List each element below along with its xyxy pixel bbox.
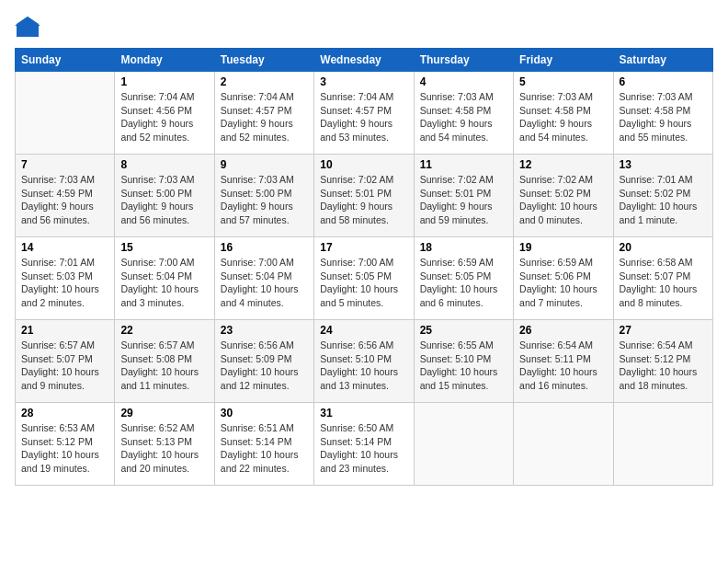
calendar-cell: 23Sunrise: 6:56 AM Sunset: 5:09 PM Dayli… bbox=[214, 320, 313, 403]
calendar-cell: 31Sunrise: 6:50 AM Sunset: 5:14 PM Dayli… bbox=[314, 403, 414, 486]
day-info: Sunrise: 7:04 AM Sunset: 4:56 PM Dayligh… bbox=[120, 90, 208, 144]
header-monday: Monday bbox=[115, 49, 214, 72]
calendar-cell: 30Sunrise: 6:51 AM Sunset: 5:14 PM Dayli… bbox=[214, 403, 313, 486]
calendar-cell: 24Sunrise: 6:56 AM Sunset: 5:10 PM Dayli… bbox=[314, 320, 414, 403]
header-wednesday: Wednesday bbox=[314, 49, 414, 72]
calendar-cell: 10Sunrise: 7:02 AM Sunset: 5:01 PM Dayli… bbox=[314, 155, 414, 237]
day-info: Sunrise: 7:00 AM Sunset: 5:04 PM Dayligh… bbox=[120, 256, 208, 310]
calendar-cell: 21Sunrise: 6:57 AM Sunset: 5:07 PM Dayli… bbox=[16, 320, 115, 403]
calendar-cell: 20Sunrise: 6:58 AM Sunset: 5:07 PM Dayli… bbox=[613, 237, 712, 320]
week-row-4: 21Sunrise: 6:57 AM Sunset: 5:07 PM Dayli… bbox=[16, 320, 713, 403]
day-number: 25 bbox=[420, 324, 507, 337]
day-number: 31 bbox=[320, 407, 407, 419]
calendar-cell: 2Sunrise: 7:04 AM Sunset: 4:57 PM Daylig… bbox=[214, 72, 313, 155]
day-info: Sunrise: 6:54 AM Sunset: 5:11 PM Dayligh… bbox=[519, 339, 607, 393]
calendar-table: SundayMondayTuesdayWednesdayThursdayFrid… bbox=[15, 48, 713, 486]
week-row-2: 7Sunrise: 7:03 AM Sunset: 4:59 PM Daylig… bbox=[16, 155, 713, 237]
day-number: 9 bbox=[221, 158, 308, 171]
day-number: 22 bbox=[120, 324, 208, 337]
day-number: 19 bbox=[519, 241, 607, 254]
day-info: Sunrise: 6:51 AM Sunset: 5:14 PM Dayligh… bbox=[221, 421, 308, 476]
calendar-cell: 27Sunrise: 6:54 AM Sunset: 5:12 PM Dayli… bbox=[613, 320, 712, 403]
day-info: Sunrise: 7:03 AM Sunset: 4:58 PM Dayligh… bbox=[420, 90, 507, 144]
day-number: 5 bbox=[519, 75, 607, 88]
day-info: Sunrise: 7:01 AM Sunset: 5:03 PM Dayligh… bbox=[21, 256, 108, 310]
week-row-5: 28Sunrise: 6:53 AM Sunset: 5:12 PM Dayli… bbox=[16, 403, 713, 486]
day-number: 7 bbox=[21, 158, 108, 171]
logo-icon bbox=[15, 15, 40, 40]
calendar-cell: 9Sunrise: 7:03 AM Sunset: 5:00 PM Daylig… bbox=[214, 155, 313, 237]
calendar-cell: 4Sunrise: 7:03 AM Sunset: 4:58 PM Daylig… bbox=[414, 72, 513, 155]
day-number: 6 bbox=[620, 75, 707, 88]
day-number: 16 bbox=[221, 241, 308, 254]
day-info: Sunrise: 6:59 AM Sunset: 5:06 PM Dayligh… bbox=[519, 256, 607, 310]
day-number: 13 bbox=[620, 158, 707, 171]
day-info: Sunrise: 7:04 AM Sunset: 4:57 PM Dayligh… bbox=[221, 90, 308, 144]
calendar-cell: 29Sunrise: 6:52 AM Sunset: 5:13 PM Dayli… bbox=[115, 403, 214, 486]
day-info: Sunrise: 7:00 AM Sunset: 5:05 PM Dayligh… bbox=[320, 256, 407, 310]
day-number: 3 bbox=[320, 75, 407, 88]
day-number: 1 bbox=[120, 75, 208, 88]
day-number: 2 bbox=[221, 75, 308, 88]
svg-marker-0 bbox=[17, 17, 39, 37]
header-sunday: Sunday bbox=[16, 49, 115, 72]
day-info: Sunrise: 7:01 AM Sunset: 5:02 PM Dayligh… bbox=[620, 173, 707, 227]
header-friday: Friday bbox=[514, 49, 613, 72]
header-tuesday: Tuesday bbox=[214, 49, 313, 72]
calendar-cell: 19Sunrise: 6:59 AM Sunset: 5:06 PM Dayli… bbox=[514, 237, 613, 320]
day-number: 10 bbox=[320, 158, 407, 171]
calendar-cell: 3Sunrise: 7:04 AM Sunset: 4:57 PM Daylig… bbox=[314, 72, 414, 155]
logo bbox=[15, 15, 44, 40]
day-info: Sunrise: 6:59 AM Sunset: 5:05 PM Dayligh… bbox=[420, 256, 507, 310]
day-info: Sunrise: 6:55 AM Sunset: 5:10 PM Dayligh… bbox=[420, 339, 507, 393]
day-number: 14 bbox=[21, 241, 108, 254]
day-number: 21 bbox=[21, 324, 108, 337]
week-row-1: 1Sunrise: 7:04 AM Sunset: 4:56 PM Daylig… bbox=[16, 72, 713, 155]
day-info: Sunrise: 6:54 AM Sunset: 5:12 PM Dayligh… bbox=[620, 339, 707, 393]
calendar-cell bbox=[16, 72, 115, 155]
day-info: Sunrise: 7:02 AM Sunset: 5:01 PM Dayligh… bbox=[420, 173, 507, 227]
day-info: Sunrise: 7:04 AM Sunset: 4:57 PM Dayligh… bbox=[320, 90, 407, 144]
day-number: 12 bbox=[519, 158, 607, 171]
day-number: 11 bbox=[420, 158, 507, 171]
header-saturday: Saturday bbox=[613, 49, 712, 72]
day-info: Sunrise: 6:57 AM Sunset: 5:08 PM Dayligh… bbox=[120, 339, 208, 393]
day-number: 27 bbox=[620, 324, 707, 337]
header-thursday: Thursday bbox=[414, 49, 513, 72]
day-number: 15 bbox=[120, 241, 208, 254]
day-info: Sunrise: 6:52 AM Sunset: 5:13 PM Dayligh… bbox=[120, 421, 208, 476]
calendar-cell: 6Sunrise: 7:03 AM Sunset: 4:58 PM Daylig… bbox=[613, 72, 712, 155]
day-info: Sunrise: 7:02 AM Sunset: 5:01 PM Dayligh… bbox=[320, 173, 407, 227]
calendar-cell: 1Sunrise: 7:04 AM Sunset: 4:56 PM Daylig… bbox=[115, 72, 214, 155]
calendar-cell: 14Sunrise: 7:01 AM Sunset: 5:03 PM Dayli… bbox=[16, 237, 115, 320]
day-number: 4 bbox=[420, 75, 507, 88]
calendar-cell: 22Sunrise: 6:57 AM Sunset: 5:08 PM Dayli… bbox=[115, 320, 214, 403]
calendar-cell: 18Sunrise: 6:59 AM Sunset: 5:05 PM Dayli… bbox=[414, 237, 513, 320]
day-number: 30 bbox=[221, 407, 308, 419]
calendar-cell: 16Sunrise: 7:00 AM Sunset: 5:04 PM Dayli… bbox=[214, 237, 313, 320]
calendar-cell: 11Sunrise: 7:02 AM Sunset: 5:01 PM Dayli… bbox=[414, 155, 513, 237]
day-number: 26 bbox=[519, 324, 607, 337]
day-info: Sunrise: 7:03 AM Sunset: 4:58 PM Dayligh… bbox=[620, 90, 707, 144]
calendar-cell: 25Sunrise: 6:55 AM Sunset: 5:10 PM Dayli… bbox=[414, 320, 513, 403]
calendar-cell: 15Sunrise: 7:00 AM Sunset: 5:04 PM Dayli… bbox=[115, 237, 214, 320]
day-number: 18 bbox=[420, 241, 507, 254]
calendar-cell: 8Sunrise: 7:03 AM Sunset: 5:00 PM Daylig… bbox=[115, 155, 214, 237]
calendar-header-row: SundayMondayTuesdayWednesdayThursdayFrid… bbox=[16, 49, 713, 72]
day-info: Sunrise: 7:03 AM Sunset: 4:59 PM Dayligh… bbox=[21, 173, 108, 227]
day-info: Sunrise: 6:57 AM Sunset: 5:07 PM Dayligh… bbox=[21, 339, 108, 393]
day-info: Sunrise: 6:56 AM Sunset: 5:10 PM Dayligh… bbox=[320, 339, 407, 393]
day-info: Sunrise: 6:50 AM Sunset: 5:14 PM Dayligh… bbox=[320, 421, 407, 476]
day-number: 17 bbox=[320, 241, 407, 254]
day-info: Sunrise: 7:03 AM Sunset: 5:00 PM Dayligh… bbox=[120, 173, 208, 227]
calendar-cell: 28Sunrise: 6:53 AM Sunset: 5:12 PM Dayli… bbox=[16, 403, 115, 486]
calendar-cell: 7Sunrise: 7:03 AM Sunset: 4:59 PM Daylig… bbox=[16, 155, 115, 237]
day-number: 20 bbox=[620, 241, 707, 254]
page-header bbox=[15, 15, 713, 40]
day-number: 28 bbox=[21, 407, 108, 419]
day-number: 24 bbox=[320, 324, 407, 337]
calendar-cell: 13Sunrise: 7:01 AM Sunset: 5:02 PM Dayli… bbox=[613, 155, 712, 237]
day-number: 8 bbox=[120, 158, 208, 171]
day-info: Sunrise: 6:56 AM Sunset: 5:09 PM Dayligh… bbox=[221, 339, 308, 393]
day-info: Sunrise: 6:53 AM Sunset: 5:12 PM Dayligh… bbox=[21, 421, 108, 476]
